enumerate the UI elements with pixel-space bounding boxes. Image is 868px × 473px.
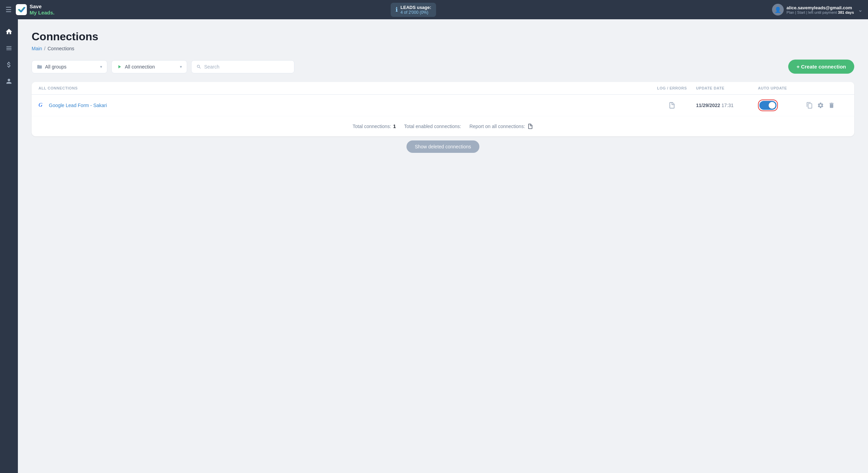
navbar-left: ☰ Save My Leads. bbox=[6, 3, 55, 16]
connection-label: All connection bbox=[125, 64, 177, 70]
connection-type-dropdown[interactable]: All connection ▾ bbox=[111, 60, 187, 73]
main-layout: Connections Main / Connections All group… bbox=[0, 19, 868, 473]
groups-dropdown[interactable]: All groups ▾ bbox=[32, 60, 107, 73]
svg-rect-0 bbox=[16, 4, 27, 15]
breadcrumb-current: Connections bbox=[47, 46, 74, 51]
leads-usage-text: LEADS usage: 4 of 2'000 (0%) bbox=[401, 5, 432, 15]
create-connection-button[interactable]: + Create connection bbox=[788, 60, 854, 74]
toggle-wrap bbox=[758, 99, 778, 111]
time-value: 17:31 bbox=[721, 103, 734, 108]
copy-icon[interactable] bbox=[806, 102, 813, 109]
report-icon[interactable] bbox=[527, 123, 533, 129]
folder-icon bbox=[37, 64, 42, 70]
report-all-connections: Report on all connections: bbox=[469, 123, 533, 129]
chevron-down-icon[interactable]: ⌄ bbox=[858, 7, 862, 13]
show-deleted-wrap: Show deleted connections bbox=[32, 140, 854, 153]
total-enabled-connections: Total enabled connections: bbox=[404, 124, 461, 129]
search-icon bbox=[196, 64, 202, 70]
connection-chevron-icon: ▾ bbox=[180, 64, 182, 69]
sidebar-item-home[interactable] bbox=[2, 25, 16, 39]
settings-icon[interactable] bbox=[817, 102, 824, 109]
total-enabled-label: Total enabled connections: bbox=[404, 124, 461, 129]
connection-name-cell: G Google Lead Form - Sakari bbox=[39, 102, 648, 109]
breadcrumb: Main / Connections bbox=[32, 46, 854, 51]
summary-row: Total connections: 1 Total enabled conne… bbox=[32, 116, 854, 136]
sidebar bbox=[0, 19, 18, 473]
search-input-wrap[interactable] bbox=[191, 60, 294, 73]
navbar-center: ℹ LEADS usage: 4 of 2'000 (0%) bbox=[55, 3, 772, 17]
header-actions bbox=[806, 86, 847, 90]
action-icons bbox=[806, 102, 847, 109]
show-deleted-button[interactable]: Show deleted connections bbox=[406, 140, 479, 153]
play-icon bbox=[117, 64, 122, 70]
total-connections-value: 1 bbox=[393, 124, 396, 129]
connection-name-text: Google Lead Form - Sakari bbox=[49, 103, 107, 108]
header-connections: ALL CONNECTIONS bbox=[39, 86, 648, 90]
info-icon: ℹ bbox=[395, 6, 398, 13]
table-header: ALL CONNECTIONS LOG / ERRORS UPDATE DATE… bbox=[32, 82, 854, 95]
logo-text: Save My Leads. bbox=[30, 3, 55, 16]
user-plan: Plan | Start | left until payment 381 da… bbox=[786, 10, 854, 14]
filters-row: All groups ▾ All connection ▾ + Create c… bbox=[32, 60, 854, 74]
connection-name-link[interactable]: G Google Lead Form - Sakari bbox=[39, 102, 648, 109]
total-connections-label: Total connections: bbox=[352, 124, 391, 129]
navbar-right: 👤 alice.savemyleads@gmail.com Plan | Sta… bbox=[772, 4, 862, 15]
page-title: Connections bbox=[32, 30, 854, 43]
document-icon[interactable] bbox=[668, 102, 676, 109]
user-info: 👤 alice.savemyleads@gmail.com Plan | Sta… bbox=[772, 4, 854, 15]
logo-wrap: Save My Leads. bbox=[16, 3, 55, 16]
google-icon: G bbox=[39, 102, 45, 109]
hamburger-icon[interactable]: ☰ bbox=[6, 6, 12, 14]
connections-table: ALL CONNECTIONS LOG / ERRORS UPDATE DATE… bbox=[32, 82, 854, 136]
content-area: Connections Main / Connections All group… bbox=[18, 19, 868, 473]
leads-usage-badge: ℹ LEADS usage: 4 of 2'000 (0%) bbox=[391, 3, 436, 17]
breadcrumb-separator: / bbox=[44, 46, 45, 51]
sidebar-item-billing[interactable] bbox=[2, 58, 16, 72]
header-update-date: UPDATE DATE bbox=[696, 86, 758, 90]
groups-label: All groups bbox=[45, 64, 97, 70]
date-cell: 11/29/2022 17:31 bbox=[696, 103, 758, 108]
avatar: 👤 bbox=[772, 4, 784, 15]
total-connections: Total connections: 1 bbox=[352, 124, 396, 129]
log-cell bbox=[648, 102, 696, 109]
breadcrumb-main-link[interactable]: Main bbox=[32, 46, 42, 51]
navbar: ☰ Save My Leads. ℹ LEADS usage: 4 of 2'0… bbox=[0, 0, 868, 19]
groups-chevron-icon: ▾ bbox=[100, 64, 102, 69]
delete-icon[interactable] bbox=[828, 102, 835, 109]
sidebar-item-profile[interactable] bbox=[2, 74, 16, 88]
user-email: alice.savemyleads@gmail.com bbox=[786, 5, 854, 10]
search-input[interactable] bbox=[204, 64, 289, 70]
user-details: alice.savemyleads@gmail.com Plan | Start… bbox=[786, 5, 854, 14]
header-auto-update: AUTO UPDATE bbox=[758, 86, 806, 90]
sidebar-item-connections[interactable] bbox=[2, 41, 16, 55]
header-log: LOG / ERRORS bbox=[648, 86, 696, 90]
table-row: G Google Lead Form - Sakari 11/29/2022 1… bbox=[32, 95, 854, 116]
auto-update-cell bbox=[758, 99, 806, 111]
auto-update-toggle[interactable] bbox=[759, 101, 777, 110]
date-value: 11/29/2022 bbox=[696, 103, 720, 108]
logo-icon bbox=[16, 4, 27, 15]
report-label: Report on all connections: bbox=[469, 124, 525, 129]
